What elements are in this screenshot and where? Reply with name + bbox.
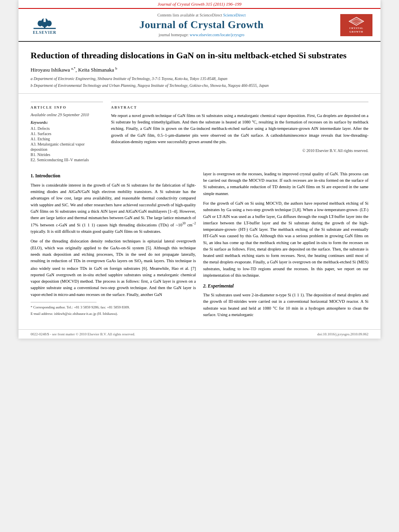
- keywords-label: Keywords:: [31, 120, 103, 125]
- right-para-2: For the growth of GaN on Si using MOCVD,…: [203, 200, 368, 279]
- svg-rect-4: [33, 28, 56, 29]
- intro-section-title: 1. Introduction: [31, 173, 196, 180]
- elsevier-tree-icon: [33, 15, 57, 29]
- bottom-bar: 0022-0248/$ - see front matter © 2010 El…: [19, 329, 380, 339]
- main-content: 1. Introduction There is considerable in…: [19, 167, 380, 329]
- page: Journal of Crystal Growth 315 (2011) 196…: [19, 0, 380, 339]
- article-info: ARTICLE INFO Available online 29 Septemb…: [31, 102, 103, 163]
- affiliations: a Department of Electronic Engineering, …: [31, 76, 368, 88]
- keyword-3: A1. Etching: [31, 137, 103, 141]
- abstract-section: ABSTRACT We report a novel growth techni…: [111, 102, 368, 163]
- sciencedirect-link[interactable]: ScienceDirect: [223, 13, 246, 17]
- journal-title: Journal of Crystal Growth: [67, 19, 336, 31]
- experimental-section-title: 2. Experimental: [203, 283, 368, 290]
- svg-point-5: [43, 16, 46, 19]
- crystal-logo-icon: [348, 16, 364, 27]
- svg-rect-6: [43, 19, 46, 22]
- article-body: ARTICLE INFO Available online 29 Septemb…: [19, 94, 380, 167]
- keyword-1: A1. Defects: [31, 126, 103, 131]
- intro-para-2: One of the threading dislocation density…: [31, 238, 196, 298]
- article-title: Reduction of threading dislocations in G…: [31, 50, 368, 62]
- keyword-7: E2. Semiconducting III–V materials: [31, 158, 103, 162]
- footnote-corresponding: * Corresponding author. Tel.: +81 3 5859…: [31, 305, 196, 310]
- article-header: Reduction of threading dislocations in G…: [19, 42, 380, 94]
- elsevier-logo-area: ELSEVIER: [27, 14, 67, 36]
- elsevier-logo: ELSEVIER: [27, 14, 63, 36]
- homepage-link[interactable]: www.elsevier.com/locate/jcrysgro: [190, 33, 245, 37]
- column-left: 1. Introduction There is considerable in…: [31, 171, 196, 321]
- svg-point-3: [47, 21, 52, 27]
- column-right: layer is overgrown on the recesses, lead…: [203, 171, 368, 321]
- available-online: Available online 29 September 2010: [31, 113, 103, 117]
- article-info-title: ARTICLE INFO: [31, 105, 103, 109]
- issn-text: 0022-0248/$ - see front matter © 2010 El…: [31, 332, 135, 336]
- authors: Hiroyasu Ishikawa a,*, Keita Shimanaka b: [31, 66, 368, 73]
- copyright: © 2010 Elsevier B.V. All rights reserved…: [111, 148, 368, 153]
- abstract-text: We report a novel growth technique of Ga…: [111, 113, 368, 145]
- crystal-growth-logo: CRYSTALGROWTH: [340, 14, 372, 36]
- doi-text: doi:10.1016/j.jcrysgro.2010.09.062: [317, 332, 368, 336]
- journal-homepage: journal homepage: www.elsevier.com/locat…: [67, 33, 336, 37]
- contents-line: Contents lists available at ScienceDirec…: [67, 13, 336, 17]
- header: ELSEVIER Contents lists available at Sci…: [19, 9, 380, 42]
- footnote-email: E-mail address: ishkwh@sic.shibaura-it.a…: [31, 311, 196, 316]
- elsevier-label: ELSEVIER: [33, 30, 57, 35]
- experimental-para-1: The Si substrates used were 2-in-diamete…: [203, 292, 368, 318]
- right-para-1: layer is overgrown on the recesses, lead…: [203, 171, 368, 197]
- footnote-divider: [31, 302, 97, 302]
- journal-bar: Journal of Crystal Growth 315 (2011) 196…: [19, 0, 380, 9]
- journal-citation: Journal of Crystal Growth 315 (2011) 196…: [158, 2, 241, 6]
- crystal-growth-logo-area: CRYSTALGROWTH: [336, 14, 372, 36]
- svg-point-2: [38, 21, 43, 27]
- keyword-2: A1. Surfaces: [31, 131, 103, 136]
- affiliation-a: a Department of Electronic Engineering, …: [31, 76, 368, 82]
- affiliation-b: b Department of Environmental Technology…: [31, 82, 368, 88]
- keyword-6: B1. Nitrides: [31, 152, 103, 157]
- keyword-5: deposition: [31, 147, 103, 152]
- intro-para-1: There is considerable interest in the gr…: [31, 182, 196, 235]
- keyword-4: A3. Metalorganic chemical vapor: [31, 142, 103, 146]
- header-center: Contents lists available at ScienceDirec…: [67, 13, 336, 37]
- crystal-logo-text: CRYSTALGROWTH: [349, 27, 363, 33]
- info-abstract-row: ARTICLE INFO Available online 29 Septemb…: [31, 102, 368, 163]
- abstract-title: ABSTRACT: [111, 105, 368, 109]
